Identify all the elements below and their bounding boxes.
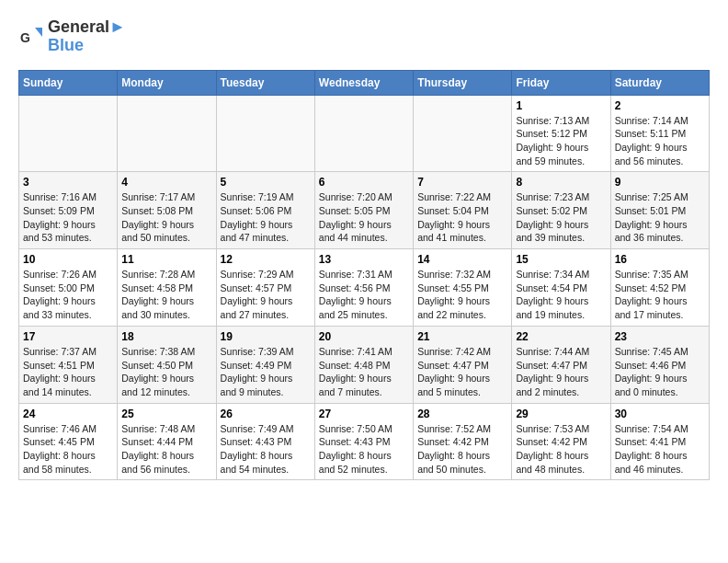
day-info: Sunrise: 7:28 AMSunset: 4:58 PMDaylight:… <box>121 268 211 322</box>
calendar-cell: 23Sunrise: 7:45 AMSunset: 4:46 PMDayligh… <box>610 326 709 403</box>
day-number: 30 <box>615 408 705 420</box>
calendar-cell <box>19 95 118 172</box>
col-header-tuesday: Tuesday <box>216 70 314 95</box>
day-number: 12 <box>221 253 311 266</box>
day-number: 9 <box>615 176 705 189</box>
day-info: Sunrise: 7:29 AMSunset: 4:57 PMDaylight:… <box>221 268 311 322</box>
day-number: 4 <box>121 176 211 189</box>
calendar-cell: 21Sunrise: 7:42 AMSunset: 4:47 PMDayligh… <box>414 326 512 403</box>
col-header-sunday: Sunday <box>19 70 118 95</box>
day-info: Sunrise: 7:53 AMSunset: 4:42 PMDaylight:… <box>516 422 606 477</box>
day-info: Sunrise: 7:54 AMSunset: 4:41 PMDaylight:… <box>615 422 705 477</box>
day-info: Sunrise: 7:34 AMSunset: 4:54 PMDaylight:… <box>516 268 606 322</box>
calendar-cell: 11Sunrise: 7:28 AMSunset: 4:58 PMDayligh… <box>118 249 216 327</box>
col-header-monday: Monday <box>118 70 216 95</box>
day-info: Sunrise: 7:22 AMSunset: 5:04 PMDaylight:… <box>417 190 507 245</box>
day-info: Sunrise: 7:26 AMSunset: 5:00 PMDaylight:… <box>23 268 113 322</box>
calendar-cell: 3Sunrise: 7:16 AMSunset: 5:09 PMDaylight… <box>19 172 118 249</box>
svg-marker-1 <box>35 28 42 37</box>
day-number: 27 <box>319 408 409 420</box>
day-info: Sunrise: 7:52 AMSunset: 4:42 PMDaylight:… <box>417 422 507 477</box>
day-number: 24 <box>23 408 113 420</box>
col-header-wednesday: Wednesday <box>314 70 413 95</box>
calendar-cell: 27Sunrise: 7:50 AMSunset: 4:43 PMDayligh… <box>314 403 413 480</box>
calendar-week-1: 1Sunrise: 7:13 AMSunset: 5:12 PMDaylight… <box>19 95 710 172</box>
day-number: 29 <box>516 408 606 420</box>
col-header-saturday: Saturday <box>610 70 709 95</box>
logo: G General► Blue <box>18 18 126 55</box>
calendar-cell: 14Sunrise: 7:32 AMSunset: 4:55 PMDayligh… <box>414 249 512 327</box>
day-info: Sunrise: 7:16 AMSunset: 5:09 PMDaylight:… <box>23 190 113 245</box>
calendar-cell: 12Sunrise: 7:29 AMSunset: 4:57 PMDayligh… <box>216 249 314 327</box>
calendar-cell <box>216 95 314 172</box>
calendar-cell: 26Sunrise: 7:49 AMSunset: 4:43 PMDayligh… <box>216 403 314 480</box>
day-info: Sunrise: 7:41 AMSunset: 4:48 PMDaylight:… <box>319 345 409 399</box>
calendar-cell: 17Sunrise: 7:37 AMSunset: 4:51 PMDayligh… <box>19 326 118 403</box>
day-number: 13 <box>319 253 409 266</box>
day-info: Sunrise: 7:42 AMSunset: 4:47 PMDaylight:… <box>417 345 507 399</box>
calendar-cell: 28Sunrise: 7:52 AMSunset: 4:42 PMDayligh… <box>414 403 512 480</box>
day-info: Sunrise: 7:32 AMSunset: 4:55 PMDaylight:… <box>417 268 507 322</box>
day-number: 5 <box>221 176 311 189</box>
day-number: 1 <box>516 99 606 112</box>
day-info: Sunrise: 7:44 AMSunset: 4:47 PMDaylight:… <box>516 345 606 399</box>
col-header-friday: Friday <box>512 70 610 95</box>
day-info: Sunrise: 7:46 AMSunset: 4:45 PMDaylight:… <box>23 422 113 477</box>
day-number: 15 <box>516 253 606 266</box>
calendar-cell: 19Sunrise: 7:39 AMSunset: 4:49 PMDayligh… <box>216 326 314 403</box>
day-info: Sunrise: 7:25 AMSunset: 5:01 PMDaylight:… <box>615 190 705 245</box>
calendar-cell: 20Sunrise: 7:41 AMSunset: 4:48 PMDayligh… <box>314 326 413 403</box>
calendar-cell: 7Sunrise: 7:22 AMSunset: 5:04 PMDaylight… <box>414 172 512 249</box>
calendar-cell: 2Sunrise: 7:14 AMSunset: 5:11 PMDaylight… <box>610 95 709 172</box>
day-info: Sunrise: 7:20 AMSunset: 5:05 PMDaylight:… <box>319 190 409 245</box>
day-info: Sunrise: 7:13 AMSunset: 5:12 PMDaylight:… <box>516 114 606 168</box>
day-number: 6 <box>319 176 409 189</box>
day-number: 23 <box>615 330 705 343</box>
day-number: 21 <box>417 330 507 343</box>
day-number: 11 <box>121 253 211 266</box>
day-number: 26 <box>221 408 311 420</box>
calendar-cell: 5Sunrise: 7:19 AMSunset: 5:06 PMDaylight… <box>216 172 314 249</box>
day-number: 28 <box>417 408 507 420</box>
calendar-cell: 8Sunrise: 7:23 AMSunset: 5:02 PMDaylight… <box>512 172 610 249</box>
calendar-cell: 29Sunrise: 7:53 AMSunset: 4:42 PMDayligh… <box>512 403 610 480</box>
day-info: Sunrise: 7:49 AMSunset: 4:43 PMDaylight:… <box>221 422 311 477</box>
day-info: Sunrise: 7:50 AMSunset: 4:43 PMDaylight:… <box>319 422 409 477</box>
calendar-week-2: 3Sunrise: 7:16 AMSunset: 5:09 PMDaylight… <box>19 172 710 249</box>
day-number: 25 <box>121 408 211 420</box>
day-number: 20 <box>319 330 409 343</box>
day-info: Sunrise: 7:17 AMSunset: 5:08 PMDaylight:… <box>121 190 211 245</box>
day-number: 14 <box>417 253 507 266</box>
calendar-week-5: 24Sunrise: 7:46 AMSunset: 4:45 PMDayligh… <box>19 403 710 480</box>
calendar-cell: 22Sunrise: 7:44 AMSunset: 4:47 PMDayligh… <box>512 326 610 403</box>
calendar-cell <box>314 95 413 172</box>
day-number: 2 <box>615 99 705 112</box>
calendar-table: SundayMondayTuesdayWednesdayThursdayFrid… <box>18 70 710 481</box>
day-number: 7 <box>417 176 507 189</box>
calendar-cell: 24Sunrise: 7:46 AMSunset: 4:45 PMDayligh… <box>19 403 118 480</box>
day-number: 10 <box>23 253 113 266</box>
day-info: Sunrise: 7:39 AMSunset: 4:49 PMDaylight:… <box>221 345 311 399</box>
day-info: Sunrise: 7:19 AMSunset: 5:06 PMDaylight:… <box>221 190 311 245</box>
col-header-thursday: Thursday <box>414 70 512 95</box>
day-info: Sunrise: 7:38 AMSunset: 4:50 PMDaylight:… <box>121 345 211 399</box>
day-number: 19 <box>221 330 311 343</box>
day-info: Sunrise: 7:14 AMSunset: 5:11 PMDaylight:… <box>615 114 705 168</box>
calendar-cell: 13Sunrise: 7:31 AMSunset: 4:56 PMDayligh… <box>314 249 413 327</box>
calendar-cell: 25Sunrise: 7:48 AMSunset: 4:44 PMDayligh… <box>118 403 216 480</box>
day-number: 16 <box>615 253 705 266</box>
calendar-cell: 10Sunrise: 7:26 AMSunset: 5:00 PMDayligh… <box>19 249 118 327</box>
day-info: Sunrise: 7:45 AMSunset: 4:46 PMDaylight:… <box>615 345 705 399</box>
calendar-header-row: SundayMondayTuesdayWednesdayThursdayFrid… <box>19 70 710 95</box>
day-number: 3 <box>23 176 113 189</box>
calendar-cell: 30Sunrise: 7:54 AMSunset: 4:41 PMDayligh… <box>610 403 709 480</box>
calendar-cell: 15Sunrise: 7:34 AMSunset: 4:54 PMDayligh… <box>512 249 610 327</box>
svg-text:G: G <box>20 30 30 45</box>
day-info: Sunrise: 7:35 AMSunset: 4:52 PMDaylight:… <box>615 268 705 322</box>
day-info: Sunrise: 7:37 AMSunset: 4:51 PMDaylight:… <box>23 345 113 399</box>
logo-text: General► Blue <box>48 18 126 55</box>
calendar-cell <box>414 95 512 172</box>
day-info: Sunrise: 7:23 AMSunset: 5:02 PMDaylight:… <box>516 190 606 245</box>
calendar-week-4: 17Sunrise: 7:37 AMSunset: 4:51 PMDayligh… <box>19 326 710 403</box>
day-info: Sunrise: 7:31 AMSunset: 4:56 PMDaylight:… <box>319 268 409 322</box>
